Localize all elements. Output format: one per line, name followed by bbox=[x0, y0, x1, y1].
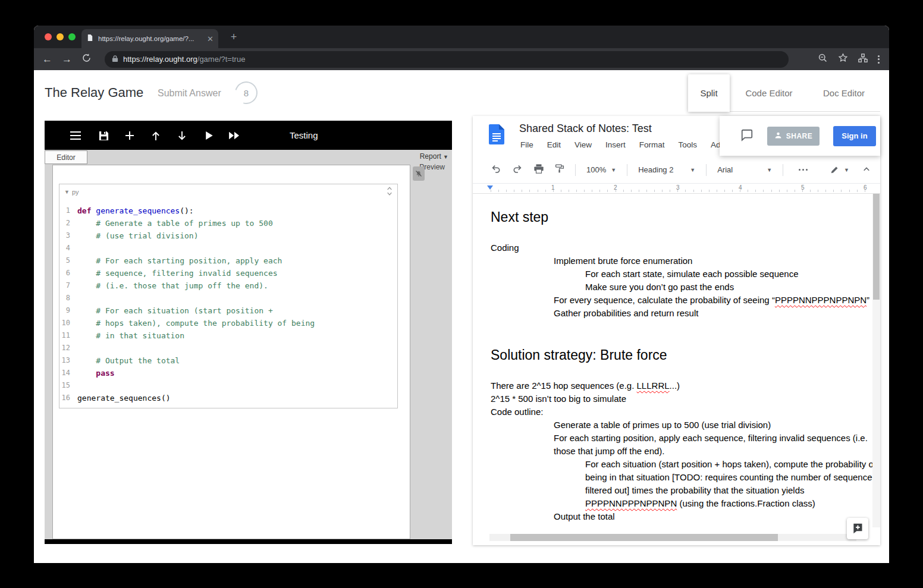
docs-toolbar: 100%▼ Heading 2▼ Arial▼ ▼ bbox=[473, 156, 880, 184]
minimize-window-button[interactable] bbox=[56, 33, 64, 40]
code-line[interactable]: 14 pass bbox=[59, 367, 397, 379]
code-line[interactable]: 2 # Generate a table of primes up to 500 bbox=[59, 217, 397, 229]
ruler-number: 3 bbox=[676, 184, 680, 191]
browser-tab[interactable]: https://relay.ought.org/game/?... ✕ bbox=[81, 29, 218, 48]
arrow-up-icon[interactable] bbox=[149, 129, 162, 142]
code-line[interactable]: 8 bbox=[59, 292, 397, 304]
fold-icon[interactable] bbox=[387, 187, 393, 198]
code-line[interactable]: 15 bbox=[59, 379, 397, 392]
extension-icon[interactable] bbox=[858, 54, 868, 65]
menu-insert[interactable]: Insert bbox=[605, 140, 626, 149]
docs-account-card: SHARE Sign in bbox=[720, 116, 880, 156]
code-line[interactable]: 9 # For each situation (start position + bbox=[59, 304, 397, 317]
paint-format-icon[interactable] bbox=[555, 163, 564, 176]
forward-icon[interactable]: → bbox=[62, 54, 72, 64]
code-line[interactable]: 16generate_sequences() bbox=[59, 392, 397, 404]
doc-title[interactable]: Shared Stack of Notes: Test bbox=[519, 122, 652, 135]
more-tools-icon[interactable] bbox=[799, 169, 808, 171]
indent-marker-icon[interactable] bbox=[487, 185, 493, 190]
redo-icon[interactable] bbox=[512, 163, 523, 177]
editing-mode-button[interactable]: ▼ bbox=[830, 165, 849, 174]
tab-code-editor[interactable]: Code Editor bbox=[736, 74, 802, 111]
doc-paragraph: Gather probabilities and return result bbox=[491, 307, 872, 320]
reload-icon[interactable] bbox=[81, 53, 92, 65]
chevron-down-icon: ▼ bbox=[767, 167, 772, 173]
save-icon[interactable] bbox=[97, 129, 110, 142]
code-line[interactable]: 7 # (i.e. those that jump off the end). bbox=[59, 279, 397, 292]
browser-tab-strip: https://relay.ought.org/game/?... ✕ + bbox=[34, 26, 889, 48]
ruler-number: 2 bbox=[614, 184, 617, 191]
menu-icon[interactable] bbox=[69, 129, 82, 142]
submit-answer-button[interactable]: Submit Answer bbox=[158, 88, 221, 99]
scrollbar-thumb[interactable] bbox=[873, 194, 880, 300]
share-button[interactable]: SHARE bbox=[767, 127, 820, 146]
chevron-down-icon: ▼ bbox=[64, 189, 70, 195]
fast-forward-icon[interactable] bbox=[228, 129, 241, 142]
language-selector[interactable]: ▼py bbox=[64, 188, 79, 196]
tab-doc-editor[interactable]: Doc Editor bbox=[810, 74, 878, 111]
tab-split[interactable]: Split bbox=[688, 74, 730, 112]
menu-edit[interactable]: Edit bbox=[547, 140, 561, 149]
undo-icon[interactable] bbox=[491, 163, 501, 177]
code-line[interactable]: 13 # Output the total bbox=[59, 354, 397, 367]
code-line[interactable]: 11 # in that situation bbox=[59, 329, 397, 342]
code-line[interactable]: 6 # sequence, filtering invalid sequence… bbox=[59, 267, 397, 279]
tab-report[interactable]: Report ▼ bbox=[420, 152, 448, 161]
font-select[interactable]: Arial▼ bbox=[717, 165, 772, 174]
menu-tools[interactable]: Tools bbox=[679, 140, 698, 149]
line-number: 6 bbox=[59, 267, 74, 279]
close-window-button[interactable] bbox=[45, 33, 52, 40]
code-line[interactable]: 3 # (use trial division) bbox=[59, 229, 397, 242]
address-bar[interactable]: https://relay.ought.org/game/?t=true bbox=[105, 51, 789, 68]
doc-paragraph: being in that situation [TODO: requires … bbox=[491, 471, 872, 484]
paragraph-style-select[interactable]: Heading 2▼ bbox=[638, 165, 695, 174]
editor-card[interactable]: ▼py 1def generate_sequences():2 # Genera… bbox=[52, 165, 410, 539]
line-number: 15 bbox=[59, 379, 74, 392]
doc-vertical-scrollbar[interactable] bbox=[872, 194, 880, 527]
ruler[interactable]: 123456 bbox=[473, 184, 880, 194]
bookmark-star-icon[interactable] bbox=[838, 53, 848, 65]
page-favicon bbox=[86, 33, 94, 44]
doc-panel: Shared Stack of Notes: Test FileEditView… bbox=[473, 116, 880, 545]
comment-icon[interactable] bbox=[740, 128, 754, 144]
print-icon[interactable] bbox=[533, 163, 544, 177]
code-line[interactable]: 1def generate_sequences(): bbox=[59, 205, 397, 217]
tab-title: https://relay.ought.org/game/?... bbox=[98, 35, 203, 42]
arrow-down-icon[interactable] bbox=[175, 129, 189, 142]
new-tab-button[interactable]: + bbox=[227, 30, 240, 43]
code-line[interactable]: 10 # hops taken), compute the probabilit… bbox=[59, 317, 397, 329]
code-line[interactable]: 12 bbox=[59, 342, 397, 354]
menu-view[interactable]: View bbox=[574, 140, 592, 149]
add-comment-button[interactable] bbox=[847, 518, 868, 539]
doc-paragraph: For every sequence, calculate the probab… bbox=[491, 294, 872, 307]
doc-heading: Solution strategy: Brute force bbox=[491, 346, 872, 364]
doc-paragraph: those that jump off the end). bbox=[491, 445, 872, 458]
menu-format[interactable]: Format bbox=[639, 140, 665, 149]
app-header: The Relay Game Submit Answer 8 Split Cod… bbox=[34, 70, 889, 116]
doc-horizontal-scrollbar[interactable] bbox=[489, 534, 856, 541]
line-number: 2 bbox=[59, 217, 74, 229]
sign-in-button[interactable]: Sign in bbox=[833, 126, 876, 146]
collapse-toolbar-icon[interactable] bbox=[862, 165, 871, 175]
menu-file[interactable]: File bbox=[520, 140, 533, 149]
doc-paragraph: Coding bbox=[491, 241, 872, 254]
run-icon[interactable] bbox=[202, 129, 215, 142]
code-line[interactable]: 5 # For each starting position, apply ea… bbox=[59, 254, 397, 267]
zoom-icon[interactable] bbox=[818, 53, 828, 65]
muted-icon[interactable] bbox=[413, 166, 425, 181]
scrollbar-thumb[interactable] bbox=[510, 534, 778, 541]
browser-menu-icon[interactable] bbox=[878, 55, 880, 64]
tab-editor[interactable]: Editor bbox=[45, 150, 87, 164]
doc-paragraph: filtered out] times the probability that… bbox=[491, 484, 872, 497]
add-icon[interactable] bbox=[123, 129, 136, 142]
editor-body: Editor Report ▼ Preview ▼py 1def generat… bbox=[45, 150, 452, 539]
back-icon[interactable]: ← bbox=[42, 54, 52, 64]
close-tab-icon[interactable]: ✕ bbox=[207, 34, 214, 43]
maximize-window-button[interactable] bbox=[68, 33, 76, 40]
zoom-select[interactable]: 100%▼ bbox=[586, 165, 616, 174]
code-line[interactable]: 4 bbox=[59, 242, 397, 254]
doc-paragraph: Output the total bbox=[491, 510, 872, 523]
doc-content[interactable]: Next stepCodingImplement brute force enu… bbox=[473, 194, 872, 527]
chevron-down-icon: ▼ bbox=[690, 167, 695, 173]
doc-paragraph: Implement brute force enumeration bbox=[491, 254, 872, 268]
